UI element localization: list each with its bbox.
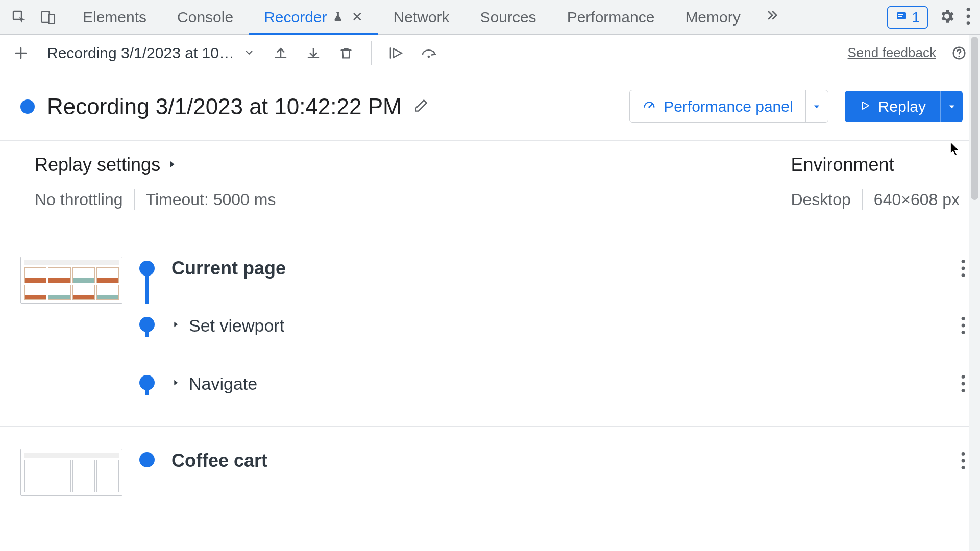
recording-title: Recording 3/1/2023 at 10:42:22 PM bbox=[47, 94, 402, 119]
replay-dropdown[interactable] bbox=[940, 91, 963, 122]
replay-button[interactable]: Replay bbox=[845, 91, 940, 122]
svg-point-20 bbox=[962, 382, 965, 386]
environment-heading: Environment bbox=[791, 154, 960, 176]
performance-panel-button-group: Performance panel bbox=[629, 90, 828, 123]
tab-memory[interactable]: Memory bbox=[670, 0, 755, 34]
chevron-double-right-icon bbox=[765, 8, 779, 26]
issues-icon bbox=[895, 9, 908, 26]
chevron-down-icon bbox=[243, 44, 255, 62]
recording-selector[interactable]: Recording 3/1/2023 at 10… bbox=[47, 44, 255, 62]
recording-selector-text: Recording 3/1/2023 at 10… bbox=[47, 44, 234, 62]
delete-recording-button[interactable] bbox=[336, 43, 356, 63]
throttling-value: No throttling bbox=[35, 190, 123, 209]
send-feedback-link[interactable]: Send feedback bbox=[848, 45, 936, 61]
svg-point-6 bbox=[967, 8, 970, 11]
step-thumbnail bbox=[20, 257, 122, 304]
svg-point-24 bbox=[962, 466, 965, 469]
step-title: Set viewport bbox=[189, 316, 284, 336]
export-recording-button[interactable] bbox=[304, 43, 323, 63]
tab-label: Console bbox=[177, 9, 233, 26]
issues-count: 1 bbox=[912, 9, 920, 26]
step-more-button[interactable] bbox=[961, 452, 966, 469]
svg-point-21 bbox=[962, 389, 965, 392]
performance-panel-button[interactable]: Performance panel bbox=[630, 90, 805, 122]
svg-point-16 bbox=[962, 317, 965, 320]
step-navigate[interactable]: Navigate bbox=[0, 349, 980, 427]
tab-performance[interactable]: Performance bbox=[552, 0, 670, 34]
replay-label: Replay bbox=[878, 98, 926, 115]
svg-point-11 bbox=[959, 56, 960, 57]
kebab-menu-icon[interactable] bbox=[966, 8, 971, 27]
step-title: Current page bbox=[172, 258, 286, 279]
step-set-viewport[interactable]: Set viewport bbox=[0, 309, 980, 349]
new-recording-button[interactable] bbox=[11, 43, 31, 63]
toolbar-divider bbox=[371, 41, 372, 65]
steps-list: Current page Set viewport bbox=[0, 228, 980, 508]
device-toolbar-icon[interactable] bbox=[37, 6, 59, 29]
step-more-button[interactable] bbox=[961, 375, 966, 392]
divider bbox=[862, 189, 863, 210]
svg-point-8 bbox=[967, 21, 970, 25]
step-more-button[interactable] bbox=[961, 260, 966, 277]
performance-panel-dropdown[interactable] bbox=[805, 90, 828, 122]
experiment-icon bbox=[332, 9, 344, 26]
svg-rect-2 bbox=[48, 14, 54, 23]
svg-point-13 bbox=[962, 260, 965, 263]
scrollbar[interactable] bbox=[969, 35, 980, 551]
tab-label: Elements bbox=[83, 9, 146, 26]
step-over-button[interactable] bbox=[420, 43, 439, 63]
tab-label: Performance bbox=[567, 9, 655, 26]
recorder-toolbar: Recording 3/1/2023 at 10… Send feedback bbox=[0, 35, 980, 71]
issues-badge[interactable]: 1 bbox=[887, 6, 928, 29]
step-coffee-cart: Coffee cart bbox=[0, 427, 980, 508]
recording-status-dot bbox=[20, 99, 35, 114]
tab-label: Recorder bbox=[264, 9, 327, 26]
tab-console[interactable]: Console bbox=[162, 0, 249, 34]
timeout-value: Timeout: 5000 ms bbox=[146, 190, 276, 209]
svg-point-14 bbox=[962, 267, 965, 270]
svg-rect-4 bbox=[898, 14, 903, 15]
replay-settings-heading: Replay settings bbox=[35, 154, 160, 176]
edit-title-button[interactable] bbox=[413, 97, 429, 116]
tab-label: Memory bbox=[685, 9, 740, 26]
tab-elements[interactable]: Elements bbox=[67, 0, 162, 34]
svg-point-17 bbox=[962, 324, 965, 328]
environment-device: Desktop bbox=[791, 190, 850, 209]
replay-button-group: Replay bbox=[845, 91, 963, 122]
more-tabs-button[interactable] bbox=[756, 0, 789, 34]
divider bbox=[134, 189, 135, 210]
tab-label: Network bbox=[394, 9, 450, 26]
tab-label: Sources bbox=[480, 9, 536, 26]
step-more-button[interactable] bbox=[961, 317, 966, 334]
svg-point-22 bbox=[962, 452, 965, 456]
tab-recorder[interactable]: Recorder ✕ bbox=[249, 0, 378, 34]
chevron-right-icon bbox=[167, 154, 177, 176]
tab-network[interactable]: Network bbox=[378, 0, 465, 34]
scrollbar-thumb[interactable] bbox=[971, 37, 978, 200]
svg-point-15 bbox=[962, 273, 965, 277]
tab-sources[interactable]: Sources bbox=[465, 0, 552, 34]
settings-icon[interactable] bbox=[938, 8, 955, 27]
svg-point-7 bbox=[967, 14, 970, 18]
svg-point-19 bbox=[962, 375, 965, 379]
step-title: Coffee cart bbox=[172, 450, 267, 471]
chevron-right-icon bbox=[172, 377, 180, 390]
help-icon[interactable] bbox=[949, 43, 969, 63]
settings-row: Replay settings No throttling Timeout: 5… bbox=[0, 141, 980, 228]
environment-viewport: 640×608 px bbox=[874, 190, 960, 209]
step-title: Navigate bbox=[189, 374, 257, 394]
step-current-page: Current page bbox=[0, 228, 980, 309]
inspect-element-icon[interactable] bbox=[8, 6, 31, 29]
replay-settings-toggle[interactable]: Replay settings bbox=[35, 154, 276, 176]
gauge-icon bbox=[642, 97, 656, 115]
play-icon bbox=[859, 98, 871, 115]
chevron-right-icon bbox=[172, 319, 180, 332]
svg-rect-5 bbox=[898, 16, 902, 17]
continue-replay-button[interactable] bbox=[387, 43, 406, 63]
step-thumbnail bbox=[20, 449, 122, 496]
devtools-tabbar: Elements Console Recorder ✕ Network Sour… bbox=[0, 0, 980, 35]
svg-rect-3 bbox=[897, 12, 906, 19]
close-icon[interactable]: ✕ bbox=[352, 9, 363, 25]
recording-header: Recording 3/1/2023 at 10:42:22 PM Perfor… bbox=[0, 71, 980, 141]
import-recording-button[interactable] bbox=[271, 43, 290, 63]
